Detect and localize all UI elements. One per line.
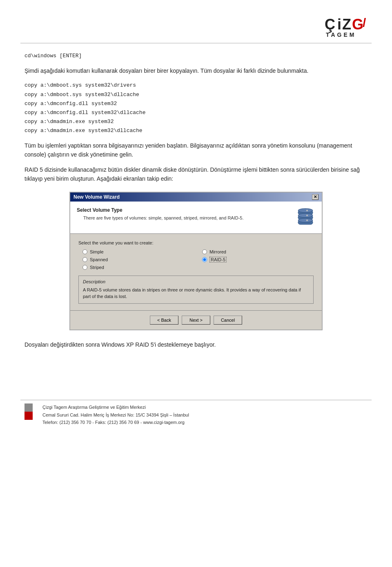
svg-point-13 xyxy=(306,215,308,216)
svg-point-12 xyxy=(306,210,308,211)
dialog-section-desc: There are five types of volumes: simple,… xyxy=(77,215,296,220)
logo-area: Ç i Z G / TAGEM xyxy=(323,12,372,39)
radio-simple[interactable]: Simple xyxy=(82,249,194,254)
copy-command-6: copy a:\dmadmin.exe system32\dllcache xyxy=(24,126,368,135)
radio-mirrored[interactable]: Mirrored xyxy=(202,249,314,254)
footer-address: Cemal Sururi Cad. Halim Meriç İş Merkezi… xyxy=(42,411,189,419)
intro-paragraph: Şimdi aşağıdaki komutları kullanarak dos… xyxy=(24,66,368,75)
svg-point-11 xyxy=(298,218,313,222)
radio-raid5[interactable]: RAID-5 xyxy=(202,257,314,262)
copy-command-4: copy a:\dmconfig.dll system32\dllcache xyxy=(24,108,368,117)
radio-simple-input[interactable] xyxy=(82,249,87,254)
svg-text:TAGEM: TAGEM xyxy=(326,31,356,38)
footer-logo xyxy=(20,403,37,420)
radio-striped[interactable]: Striped xyxy=(82,265,194,270)
raid5-intro-paragraph: RAID 5 dizisinde kullanacağımız bütün di… xyxy=(24,165,368,184)
dialog-section-title: Select Volume Type xyxy=(77,207,296,213)
footer-company: Çizgi Tagem Araştırma Geliştirme ve Eğit… xyxy=(42,403,189,411)
svg-text:i: i xyxy=(337,16,341,33)
footer-contact: Telefon: (212) 356 70 70 - Faks: (212) 3… xyxy=(42,419,189,426)
radio-striped-label: Striped xyxy=(90,265,104,270)
radio-raid5-label: RAID-5 xyxy=(209,257,227,262)
dialog-header-section: Select Volume Type There are five types … xyxy=(70,202,322,234)
dialog-prompt: Select the volume you want to create: xyxy=(78,240,314,245)
wizard-icon xyxy=(296,207,315,228)
footer-logo-top xyxy=(24,403,33,412)
svg-point-7 xyxy=(298,208,313,213)
dialog-header-text: Select Volume Type There are five types … xyxy=(77,207,296,220)
radio-striped-input[interactable] xyxy=(82,265,87,270)
footer-logo-bottom xyxy=(24,412,33,420)
footer-divider xyxy=(20,400,372,400)
footer-text: Çizgi Tagem Araştırma Geliştirme ve Eğit… xyxy=(42,403,189,426)
radio-spanned-label: Spanned xyxy=(90,257,108,262)
next-button[interactable]: Next > xyxy=(182,316,210,325)
svg-point-9 xyxy=(298,213,313,217)
svg-text:G: G xyxy=(352,16,363,33)
empty-cell xyxy=(202,265,314,270)
copy-command-2: copy a:\dmboot.sys system32\dllcache xyxy=(24,90,368,99)
dialog-wrapper: New Volume Wizard ✕ Select Volume Type T… xyxy=(24,192,368,330)
svg-text:/: / xyxy=(363,16,366,29)
back-button[interactable]: < Back xyxy=(150,316,178,325)
close-button[interactable]: ✕ xyxy=(312,194,318,200)
copy-commands: copy a:\dmboot.sys system32\drivers copy… xyxy=(24,81,368,135)
cdwindows-command: cd\windows [ENTER] xyxy=(24,52,368,61)
radio-simple-label: Simple xyxy=(90,249,104,254)
bottom-paragraph: Dosyaları değiştirdikten sonra Windows X… xyxy=(24,340,368,349)
footer: Çizgi Tagem Araştırma Geliştirme ve Eğit… xyxy=(20,403,372,430)
copy-command-1: copy a:\dmboot.sys system32\drivers xyxy=(24,81,368,90)
dialog-body: Select Volume Type There are five types … xyxy=(70,202,322,329)
cancel-button[interactable]: Cancel xyxy=(214,316,242,325)
description-title: Description xyxy=(83,279,309,284)
dialog-content-section: Select the volume you want to create: Si… xyxy=(70,234,322,310)
cizgi-tagem-logo: Ç i Z G / TAGEM xyxy=(323,12,372,39)
description-text: A RAID-5 volume stores data in stripes o… xyxy=(83,287,309,300)
new-volume-wizard-dialog[interactable]: New Volume Wizard ✕ Select Volume Type T… xyxy=(69,192,323,330)
svg-text:Ç: Ç xyxy=(325,16,335,33)
restart-paragraph: Tüm bu işlemleri yaptıktan sonra bilgisa… xyxy=(24,141,368,159)
radio-mirrored-label: Mirrored xyxy=(209,249,226,254)
dialog-buttons: < Back Next > Cancel xyxy=(70,310,322,329)
radio-mirrored-input[interactable] xyxy=(202,249,207,254)
dialog-title: New Volume Wizard xyxy=(74,194,120,200)
svg-point-14 xyxy=(306,220,308,221)
dialog-titlebar: New Volume Wizard ✕ xyxy=(70,193,322,202)
description-box: Description A RAID-5 volume stores data … xyxy=(78,276,314,304)
dialog-options: Simple Mirrored Spanned xyxy=(78,249,314,270)
copy-command-3: copy a:\dmconfig.dll system32 xyxy=(24,99,368,108)
top-divider xyxy=(20,43,372,43)
main-content: cd\windows [ENTER] Şimdi aşağıdaki komut… xyxy=(20,52,372,349)
radio-raid5-input[interactable] xyxy=(202,257,207,262)
radio-spanned-input[interactable] xyxy=(82,257,87,262)
radio-spanned[interactable]: Spanned xyxy=(82,257,194,262)
svg-text:Z: Z xyxy=(342,16,351,33)
copy-command-5: copy a:\dmadmin.exe system32 xyxy=(24,117,368,126)
